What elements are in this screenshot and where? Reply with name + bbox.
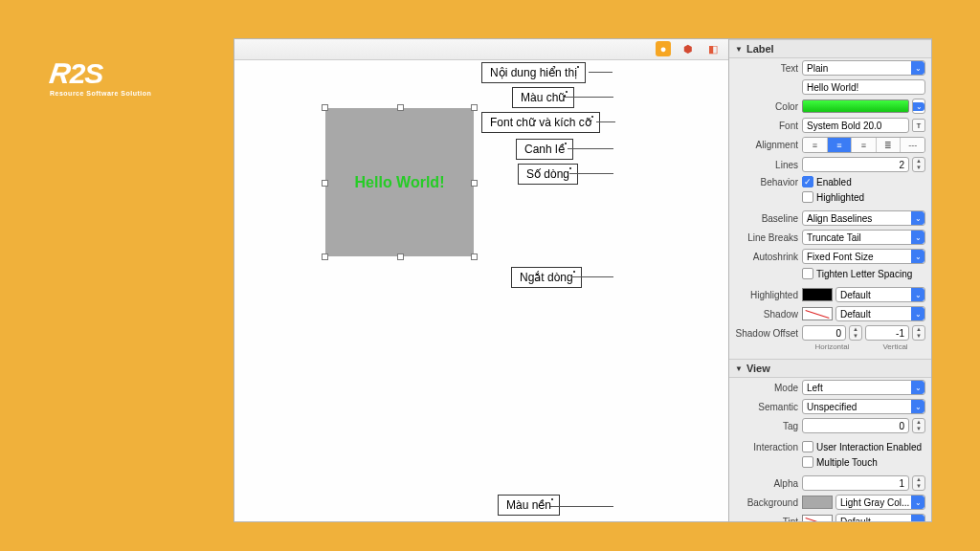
callout-align: Canh lề: [516, 139, 573, 160]
section-label[interactable]: ▼ Label: [729, 39, 931, 58]
callout-lines: Số dòng: [518, 164, 578, 185]
resize-handle[interactable]: [322, 104, 328, 111]
shadow-offset-label: Shadow Offset: [735, 328, 798, 339]
canvas-toolbar: ● ⬢ ◧: [234, 39, 728, 60]
alpha-stepper[interactable]: ▲▼: [912, 475, 925, 491]
enabled-checkbox[interactable]: [802, 176, 813, 187]
resize-handle[interactable]: [471, 253, 478, 260]
align-left[interactable]: ≡: [803, 138, 828, 152]
lines-stepper[interactable]: ▲▼: [912, 157, 925, 172]
text-color-picker[interactable]: [802, 99, 909, 113]
highlighted-checkbox[interactable]: [802, 191, 813, 203]
alpha-label: Alpha: [735, 478, 798, 489]
semantic-label: Semantic: [735, 402, 798, 412]
attributes-inspector: ▼ Label Text Plain⌄ Hello World! Color: [728, 39, 931, 521]
multitouch-checkbox[interactable]: [802, 456, 813, 468]
tint-label: Tint: [735, 517, 798, 522]
background-popup[interactable]: Light Gray Col...⌄: [835, 495, 925, 510]
mode-popup[interactable]: Left⌄: [802, 380, 925, 395]
shadow-v-stepper[interactable]: ▲▼: [912, 325, 925, 341]
callout-font: Font chữ và kích cỡ: [481, 112, 600, 133]
resize-handle[interactable]: [322, 253, 328, 260]
uilabel-text: Hello World!: [355, 174, 445, 191]
uilabel-element[interactable]: Hello World!: [325, 108, 474, 256]
font-label: Font: [735, 121, 798, 131]
lines-label: Lines: [735, 160, 798, 170]
callout-text: Nội dung hiển thị: [481, 62, 586, 83]
resize-handle[interactable]: [397, 104, 404, 111]
resize-handle[interactable]: [471, 104, 478, 111]
background-color-well[interactable]: [802, 496, 833, 509]
lines-input[interactable]: 2: [802, 157, 909, 172]
behavior-label: Behavior: [735, 177, 798, 187]
linebreaks-popup[interactable]: Truncate Tail⌄: [802, 230, 925, 245]
package-icon[interactable]: ⬢: [680, 41, 696, 56]
font-field[interactable]: System Bold 20.0: [802, 118, 909, 133]
resize-handle[interactable]: [322, 180, 328, 187]
tighten-checkbox[interactable]: [802, 268, 813, 279]
tint-popup[interactable]: Default⌄: [835, 514, 925, 521]
text-content-input[interactable]: Hello World!: [802, 79, 925, 95]
shadow-h-stepper[interactable]: ▲▼: [849, 325, 862, 341]
text-label: Text: [735, 63, 798, 74]
resize-handle[interactable]: [397, 253, 404, 260]
align-justify[interactable]: ≣: [877, 138, 902, 152]
align-natural[interactable]: ---: [901, 138, 924, 152]
alignment-segmented[interactable]: ≡ ≡ ≡ ≣ ---: [802, 137, 925, 153]
shadow-v-input[interactable]: -1: [865, 325, 909, 341]
shadow-h-input[interactable]: 0: [802, 325, 846, 341]
resize-handle[interactable]: [471, 180, 478, 187]
text-style-popup[interactable]: Plain⌄: [802, 60, 925, 76]
highlighted-color-label: Highlighted: [735, 290, 798, 300]
callout-linebreak: Ngắt dòng: [511, 267, 582, 288]
shadow-color-popup[interactable]: Default⌄: [835, 306, 925, 321]
linebreaks-label: Line Breaks: [735, 232, 798, 243]
callout-bg: Màu nền: [498, 495, 560, 516]
align-center[interactable]: ≡: [828, 138, 853, 152]
tag-label: Tag: [735, 421, 798, 431]
user-interaction-checkbox[interactable]: [802, 441, 813, 452]
run-icon[interactable]: ●: [656, 41, 671, 56]
highlighted-color-well[interactable]: [802, 288, 833, 301]
alpha-input[interactable]: 1: [802, 475, 909, 491]
shadow-label: Shadow: [735, 309, 798, 320]
interaction-label: Interaction: [735, 442, 798, 452]
object-icon[interactable]: ◧: [705, 41, 721, 56]
tag-input[interactable]: 0: [802, 418, 909, 433]
shadow-color-well[interactable]: [802, 307, 833, 320]
interface-builder-canvas[interactable]: Hello World! Nội dung hiển thị Màu chữ F…: [234, 60, 728, 521]
app-window: ● ⬢ ◧ Hello World! Nội dung hiển thị Màu…: [234, 38, 932, 522]
section-view[interactable]: ▼ View: [729, 359, 931, 378]
mode-label: Mode: [735, 383, 798, 393]
background-label: Background: [735, 497, 798, 508]
autoshrink-popup[interactable]: Fixed Font Size⌄: [802, 249, 925, 264]
font-picker-icon[interactable]: T: [912, 119, 925, 132]
brand-tagline: Resource Software Solution: [50, 90, 151, 97]
autoshrink-label: Autoshrink: [735, 252, 798, 262]
alignment-label: Alignment: [735, 140, 798, 150]
color-dropdown[interactable]: ⌄: [912, 99, 925, 114]
semantic-popup[interactable]: Unspecified⌄: [802, 399, 925, 414]
baseline-label: Baseline: [735, 213, 798, 224]
baseline-popup[interactable]: Align Baselines⌄: [802, 210, 925, 226]
tint-color-well[interactable]: [802, 515, 833, 521]
highlighted-color-popup[interactable]: Default⌄: [835, 287, 925, 302]
brand-logo: R2S Resource Software Solution: [50, 57, 151, 97]
align-right[interactable]: ≡: [852, 138, 877, 152]
tag-stepper[interactable]: ▲▼: [912, 418, 925, 433]
color-label: Color: [735, 101, 798, 112]
callout-color: Màu chữ: [512, 87, 574, 108]
